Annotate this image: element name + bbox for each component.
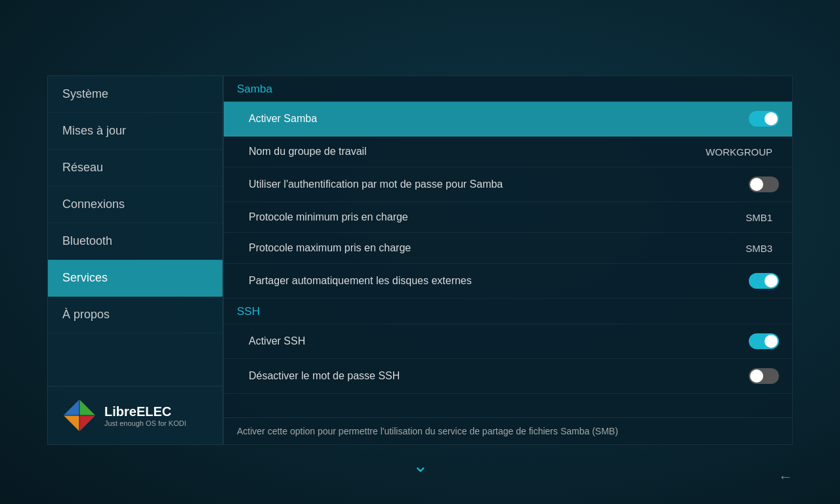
activer-samba-label: Activer Samba bbox=[249, 113, 749, 125]
proto-max-value: SMB3 bbox=[746, 243, 772, 254]
back-arrow-button[interactable]: ← bbox=[778, 469, 793, 486]
proto-min-row[interactable]: Protocole minimum pris en charge SMB1 bbox=[224, 202, 792, 233]
auth-samba-label: Utiliser l'authentification par mot de p… bbox=[249, 178, 749, 190]
ssh-section-header: SSH bbox=[224, 299, 792, 324]
activer-ssh-toggle[interactable] bbox=[749, 333, 779, 349]
description-text: Activer cette option pour permettre l'ut… bbox=[237, 426, 618, 436]
sidebar: Système Mises à jour Réseau Connexions B… bbox=[47, 75, 223, 445]
sidebar-item-reseau[interactable]: Réseau bbox=[48, 150, 222, 186]
sidebar-item-mises-a-jour[interactable]: Mises à jour bbox=[48, 113, 222, 150]
logo-tagline: Just enough OS for KODI bbox=[104, 419, 186, 427]
description-bar: Activer cette option pour permettre l'ut… bbox=[224, 417, 792, 444]
libreelec-logo-icon bbox=[62, 398, 96, 432]
sidebar-item-bluetooth[interactable]: Bluetooth bbox=[48, 223, 222, 260]
sidebar-item-services[interactable]: Services bbox=[48, 260, 222, 297]
proto-max-label: Protocole maximum pris en charge bbox=[249, 242, 746, 254]
content-panel: Samba Activer Samba Nom du groupe de tra… bbox=[223, 75, 793, 445]
desactiver-mdp-ssh-label: Désactiver le mot de passe SSH bbox=[249, 370, 749, 382]
workgroup-row[interactable]: Nom du groupe de travail WORKGROUP bbox=[224, 136, 792, 167]
activer-samba-row[interactable]: Activer Samba bbox=[224, 102, 792, 136]
main-container: Système Mises à jour Réseau Connexions B… bbox=[47, 75, 793, 445]
partager-disques-row[interactable]: Partager automatiquement les disques ext… bbox=[224, 264, 792, 299]
sidebar-item-a-propos[interactable]: À propos bbox=[48, 297, 222, 333]
sidebar-item-connexions[interactable]: Connexions bbox=[48, 186, 222, 223]
activer-ssh-row[interactable]: Activer SSH bbox=[224, 324, 792, 359]
desactiver-mdp-ssh-row[interactable]: Désactiver le mot de passe SSH bbox=[224, 359, 792, 394]
auth-samba-toggle[interactable] bbox=[749, 177, 779, 192]
samba-section-header: Samba bbox=[224, 76, 792, 102]
sidebar-logo: LibreELEC Just enough OS for KODI bbox=[48, 386, 222, 444]
scroll-down-chevron[interactable]: ⌄ bbox=[413, 455, 428, 476]
desactiver-mdp-ssh-toggle[interactable] bbox=[749, 368, 779, 384]
logo-name: LibreELEC bbox=[104, 404, 186, 419]
proto-min-label: Protocole minimum pris en charge bbox=[249, 211, 746, 223]
activer-ssh-label: Activer SSH bbox=[249, 335, 749, 347]
auth-samba-row[interactable]: Utiliser l'authentification par mot de p… bbox=[224, 167, 792, 202]
partager-disques-label: Partager automatiquement les disques ext… bbox=[249, 275, 749, 287]
proto-min-value: SMB1 bbox=[746, 212, 772, 223]
sidebar-item-systeme[interactable]: Système bbox=[48, 76, 222, 113]
proto-max-row[interactable]: Protocole maximum pris en charge SMB3 bbox=[224, 233, 792, 264]
activer-samba-toggle[interactable] bbox=[749, 111, 779, 127]
workgroup-value: WORKGROUP bbox=[705, 146, 772, 158]
logo-text: LibreELEC Just enough OS for KODI bbox=[104, 404, 186, 427]
partager-disques-toggle[interactable] bbox=[749, 273, 779, 289]
workgroup-label: Nom du groupe de travail bbox=[249, 146, 705, 158]
